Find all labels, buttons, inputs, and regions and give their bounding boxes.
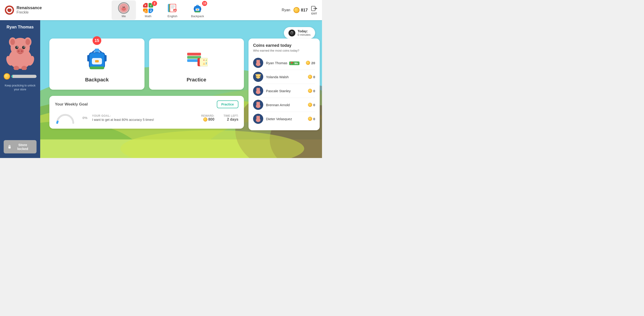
svg-point-13 — [124, 8, 125, 8]
svg-text:2: 2 — [206, 62, 207, 65]
svg-rect-75 — [87, 55, 90, 61]
exit-label: EXIT — [312, 12, 317, 15]
svg-text:△: △ — [144, 9, 147, 13]
progress-bar-fill — [12, 75, 13, 78]
progress-coin-icon — [4, 73, 10, 80]
coins-panel-subtitle: Who earned the most coins today? — [253, 49, 315, 52]
lock-icon — [8, 145, 11, 149]
reward-meta: Reward: 800 — [201, 114, 214, 122]
svg-rect-76 — [104, 55, 106, 61]
student-name-1: Yolanda Walsh — [266, 75, 305, 79]
nav-math-label: Math — [145, 14, 151, 18]
svg-point-51 — [16, 48, 24, 54]
backpack-card-badge: 15 — [92, 36, 101, 45]
svg-rect-74 — [94, 49, 99, 52]
exit-button[interactable]: EXIT — [311, 5, 318, 15]
weekly-goal-body: 0% Your Goal: I want to get at least 80%… — [55, 111, 238, 124]
weekly-goal-practice-button[interactable]: Practice — [217, 100, 238, 108]
student-coins-0: 20 — [306, 61, 315, 65]
clock-icon: ⏱ — [288, 30, 295, 36]
pig-avatar — [5, 33, 35, 70]
svg-point-90 — [256, 60, 258, 62]
svg-point-45 — [10, 39, 15, 45]
nav-math-badge: 2 — [152, 1, 157, 6]
keep-practicing-text: Keep practicing to unlock your store — [4, 84, 36, 92]
svg-point-106 — [258, 102, 260, 104]
svg-text:√: √ — [150, 3, 152, 7]
svg-text:★: ★ — [174, 9, 176, 11]
svg-point-46 — [26, 39, 30, 45]
reward-coin-icon — [203, 117, 208, 122]
svg-point-47 — [15, 46, 18, 49]
backpack-card[interactable]: 15 Backpack — [50, 38, 144, 90]
today-text: Today: 0 minutes — [298, 29, 310, 36]
today-value: 0 minutes — [298, 33, 310, 36]
svg-rect-73 — [95, 60, 99, 62]
svg-point-12 — [123, 8, 123, 8]
logo-icon — [4, 5, 14, 15]
goal-details: Your Goal: I want to get at least 80% ac… — [92, 114, 196, 122]
student-name-2: Pascale Stanley — [266, 89, 305, 93]
student-avatar-3 — [253, 100, 263, 110]
svg-text:√: √ — [206, 59, 207, 61]
svg-rect-96 — [256, 75, 260, 76]
store-locked-button[interactable]: Store locked — [4, 140, 36, 154]
logo-area: Renaissance Freckle — [4, 5, 42, 15]
reward-label: Reward: — [201, 114, 214, 117]
student-coin-icon-4 — [308, 117, 312, 121]
practice-card-label: Practice — [186, 77, 206, 83]
header-coin-icon — [294, 7, 300, 13]
svg-point-110 — [256, 116, 258, 118]
nav-item-me[interactable]: Me — [112, 0, 136, 20]
header-coins: 817 — [301, 8, 308, 13]
backpack-card-label: Backpack — [85, 77, 109, 83]
practice-card[interactable]: × √ △ 2 Practice — [149, 38, 244, 90]
svg-point-7 — [124, 4, 126, 7]
student-coins-1: 0 — [308, 75, 315, 79]
goal-percent: 0% — [82, 116, 88, 120]
nav-item-english[interactable]: ★ English — [160, 0, 185, 20]
time-left-meta: Time Left: 2 days — [224, 114, 238, 122]
student-name-0: Ryan Thomas 🚩 Me — [266, 61, 303, 65]
backpack-card-icon — [86, 45, 108, 74]
goal-value: I want to get at least 80% accuracy 5 ti… — [92, 118, 196, 122]
nav-me-icon — [118, 2, 130, 14]
student-name-3: Brennan Arnold — [266, 103, 305, 107]
svg-text:△: △ — [203, 62, 205, 65]
svg-rect-58 — [8, 147, 10, 148]
goal-meta: Reward: 800 Time Left: 2 days — [201, 114, 238, 122]
reward-amount: 800 — [208, 117, 214, 122]
svg-rect-37 — [200, 7, 201, 10]
nav-item-math[interactable]: 2 × √ △ 2 Math — [136, 0, 160, 20]
svg-rect-36 — [194, 7, 195, 10]
student-row-4: Dieter Velasquez 0 — [253, 112, 315, 126]
svg-point-49 — [17, 47, 18, 47]
header: Renaissance Freckle — [0, 0, 322, 20]
content-area: ⏱ Today: 0 minutes 15 — [40, 20, 322, 158]
student-row-3: Brennan Arnold 0 — [253, 98, 315, 112]
svg-point-50 — [24, 47, 24, 47]
student-coin-icon-0 — [306, 61, 310, 65]
weekly-goal-header: Your Weekly Goal Practice — [55, 100, 238, 108]
student-coin-icon-3 — [308, 103, 312, 107]
svg-point-91 — [258, 60, 260, 62]
goal-progress-arc — [55, 111, 76, 124]
progress-area — [4, 73, 36, 81]
sidebar: Ryan Thomas — [0, 20, 40, 158]
today-label: Today: — [298, 29, 310, 33]
exit-icon — [311, 5, 318, 12]
student-avatar-2 — [253, 86, 263, 96]
time-left-label: Time Left: — [224, 114, 238, 117]
logo-freckle: Freckle — [16, 10, 42, 14]
svg-point-53 — [21, 50, 23, 52]
coins-panel-title: Coins earned today — [253, 43, 315, 48]
svg-rect-35 — [196, 5, 198, 6]
weekly-goal: Your Weekly Goal Practice 0% Your Goal: … — [50, 96, 244, 129]
nav-backpack-icon — [192, 2, 203, 14]
time-left-value: 2 days — [224, 117, 238, 122]
progress-bar-wrap — [4, 73, 36, 80]
nav-item-backpack[interactable]: 15 Backpack — [185, 0, 210, 20]
store-locked-label: Store locked — [13, 143, 32, 151]
student-coin-icon-2 — [308, 89, 312, 93]
svg-point-6 — [122, 4, 124, 7]
